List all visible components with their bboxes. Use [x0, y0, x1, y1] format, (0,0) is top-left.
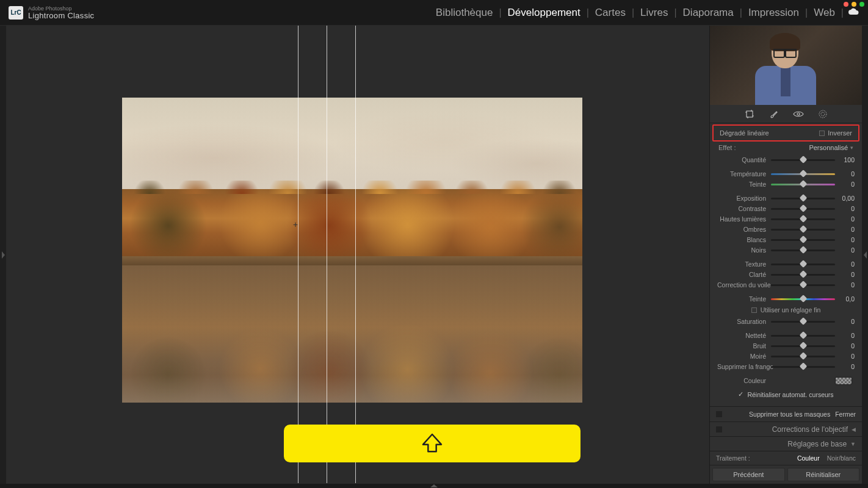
slider-value: 0 [835, 332, 855, 339]
slider-moir-[interactable]: Moiré0 [717, 351, 855, 361]
reset-button[interactable]: Réinitialiser [787, 468, 860, 481]
slider-texture[interactable]: Texture0 [717, 259, 855, 269]
effect-preset-row[interactable]: Effet : Personnalisé▾ [710, 142, 862, 155]
slider-label: Texture [717, 260, 771, 268]
slider-temp-rature[interactable]: Température0 [717, 169, 855, 179]
slider-thumb[interactable] [799, 342, 807, 350]
slider-value: 0 [835, 205, 855, 212]
slider-teinte[interactable]: Teinte0 [717, 179, 855, 189]
crosshair-cursor: + [293, 220, 302, 228]
module-diaporama[interactable]: Diaporama [677, 7, 740, 19]
treatment-color[interactable]: Couleur [797, 454, 820, 462]
close-mask-panel[interactable]: Fermer [835, 411, 856, 418]
slider-blancs[interactable]: Blancs0 [717, 235, 855, 245]
slider-thumb[interactable] [799, 270, 807, 278]
effect-dropdown-icon[interactable]: ▾ [850, 145, 853, 151]
treatment-row: Traitement : Couleur Noir/blanc [710, 451, 862, 465]
slider-thumb[interactable] [799, 281, 807, 289]
invert-checkbox[interactable] [819, 131, 825, 136]
expand-bottom-handle[interactable] [0, 484, 868, 488]
webcam-overlay [710, 26, 862, 105]
slider-value: 0 [835, 236, 855, 243]
slider-supprimer-la-frange[interactable]: Supprimer la frange0 [717, 362, 855, 371]
slider-label: Teinte [717, 181, 771, 188]
expand-right-handle[interactable] [862, 26, 868, 484]
canvas[interactable]: + [6, 26, 709, 484]
slider-teinte[interactable]: Teinte0,0 [717, 294, 855, 304]
delete-all-masks[interactable]: Supprimer tous les masques [749, 411, 830, 418]
module-bibliothèque[interactable]: Bibliothèque [430, 7, 499, 19]
slider-thumb[interactable] [799, 235, 807, 243]
slider-label: Contraste [717, 205, 771, 212]
slider-value: 0 [835, 281, 855, 289]
slider-contraste[interactable]: Contraste0 [717, 204, 855, 214]
window-controls[interactable] [844, 2, 864, 7]
eye-tool-icon[interactable] [793, 109, 804, 120]
slider-exposition[interactable]: Exposition0,00 [717, 193, 855, 203]
slider-thumb[interactable] [799, 260, 807, 268]
brush-tool-icon[interactable] [769, 109, 779, 120]
shift-key-overlay [284, 425, 580, 462]
slider-thumb[interactable] [799, 331, 807, 339]
slider-correction-du-voile[interactable]: Correction du voile0 [717, 280, 855, 290]
color-swatch[interactable] [835, 377, 852, 385]
module-livres[interactable]: Livres [634, 7, 674, 19]
module-impression[interactable]: Impression [742, 7, 805, 19]
slider-label: Blancs [717, 236, 771, 243]
slider-thumb[interactable] [799, 317, 807, 325]
preview-image[interactable] [122, 98, 582, 403]
slider-thumb[interactable] [799, 225, 807, 233]
slider-thumb[interactable] [799, 180, 807, 188]
slider-value: 0 [835, 342, 855, 350]
slider-hautes-lumi-res[interactable]: Hautes lumières0 [717, 214, 855, 224]
slider-thumb[interactable] [799, 156, 807, 163]
slider-label: Netteté [717, 332, 771, 339]
mask-actions-row: Supprimer tous les masques Fermer [710, 406, 862, 422]
slider-thumb[interactable] [799, 295, 807, 303]
slider-label: Hautes lumières [717, 215, 771, 223]
slider-thumb[interactable] [799, 204, 807, 212]
radial-tool-icon[interactable] [817, 109, 828, 120]
slider-thumb[interactable] [799, 170, 807, 178]
slider-thumb[interactable] [799, 352, 807, 360]
cloud-sync-icon[interactable] [847, 7, 859, 18]
slider-value: 0 [835, 181, 855, 188]
slider-quantit-[interactable]: Quantité100 [717, 155, 855, 165]
color-picker-row[interactable]: Couleur [717, 376, 855, 386]
slider-label: Température [717, 170, 771, 178]
svg-point-3 [821, 112, 825, 116]
effect-label: Effet : [718, 144, 736, 151]
previous-button[interactable]: Précédent [712, 468, 785, 481]
slider-bruit[interactable]: Bruit0 [717, 341, 855, 351]
slider-value: 0 [835, 226, 855, 233]
chevron-left-icon: ◀ [852, 426, 856, 432]
expand-left-handle[interactable] [0, 26, 6, 484]
auto-reset-row[interactable]: ✓Réinitialiser automat. curseurs [717, 390, 855, 398]
module-cartes[interactable]: Cartes [589, 7, 632, 19]
slider-value: 0,0 [835, 295, 855, 303]
lens-corrections-panel[interactable]: Corrections de l'objectif ◀ [710, 422, 862, 436]
panel-toggle-icon[interactable] [716, 426, 722, 432]
slider-thumb[interactable] [799, 215, 807, 223]
slider-ombres[interactable]: Ombres0 [717, 224, 855, 234]
check-icon: ✓ [738, 390, 743, 398]
slider-nettet-[interactable]: Netteté0 [717, 331, 855, 340]
slider-thumb[interactable] [799, 194, 807, 202]
slider-noirs[interactable]: Noirs0 [717, 245, 855, 255]
toggle-panel-icon[interactable] [716, 411, 722, 417]
slider-thumb[interactable] [799, 246, 807, 254]
slider-saturation[interactable]: Saturation0 [717, 317, 855, 326]
slider-label: Exposition [717, 195, 771, 202]
slider-label: Clarté [717, 271, 771, 278]
slider-thumb[interactable] [799, 362, 807, 370]
fine-checkbox[interactable] [751, 307, 757, 313]
slider-value: 0 [835, 353, 855, 360]
slider-label: Bruit [717, 342, 771, 350]
module-développement[interactable]: Développement [502, 7, 587, 19]
treatment-bw[interactable]: Noir/blanc [827, 454, 856, 462]
fine-adjust-row[interactable]: Utiliser un réglage fin [717, 306, 855, 314]
module-web[interactable]: Web [808, 7, 841, 19]
slider-clart-[interactable]: Clarté0 [717, 270, 855, 279]
crop-tool-icon[interactable] [744, 109, 755, 120]
basic-panel[interactable]: Réglages de base ▼ [710, 436, 862, 451]
